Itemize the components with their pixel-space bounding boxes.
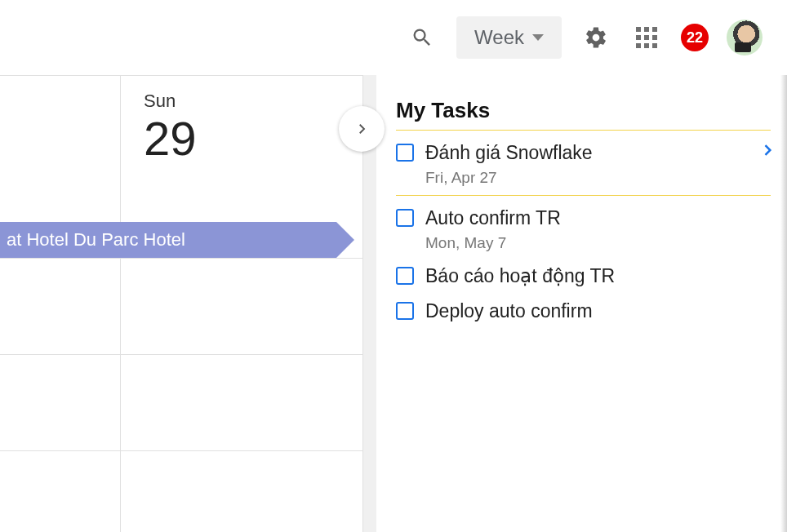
search-icon[interactable]: [406, 21, 438, 54]
task-item[interactable]: Báo cáo hoạt động TR: [396, 257, 771, 292]
task-separator: [396, 195, 771, 196]
chevron-right-icon[interactable]: [759, 142, 776, 162]
view-select[interactable]: Week: [456, 16, 562, 59]
calendar-event[interactable]: at Hotel Du Parc Hotel: [0, 222, 336, 258]
task-date: Mon, May 7: [425, 234, 561, 252]
calendar-column: Sun 29 at Hotel Du Parc Hotel: [0, 75, 363, 532]
day-header[interactable]: Sun 29: [121, 76, 362, 162]
task-checkbox[interactable]: [396, 302, 414, 320]
tasks-title: My Tasks: [396, 98, 771, 123]
task-item[interactable]: Deploy auto confirm: [396, 292, 771, 327]
gear-icon[interactable]: [580, 21, 612, 54]
task-item[interactable]: Auto confirm TRMon, May 7: [396, 199, 771, 257]
task-checkbox[interactable]: [396, 209, 414, 227]
view-select-label: Week: [474, 26, 524, 49]
tasks-panel: My Tasks Đánh giá SnowflakeFri, Apr 27Au…: [376, 75, 787, 532]
task-item[interactable]: Đánh giá SnowflakeFri, Apr 27: [396, 134, 771, 192]
app-body: Sun 29 at Hotel Du Parc Hotel My Tasks Đ…: [0, 75, 787, 532]
day-number: 29: [144, 115, 362, 162]
notification-count: 22: [687, 29, 703, 47]
apps-icon[interactable]: [630, 21, 663, 54]
task-title: Đánh giá Snowflake: [425, 142, 593, 164]
task-separator: [396, 130, 771, 131]
day-of-week: Sun: [144, 91, 362, 112]
app-header: Week 22: [0, 0, 787, 75]
chevron-down-icon: [532, 34, 544, 41]
task-checkbox[interactable]: [396, 267, 414, 285]
chevron-right-icon: [354, 122, 369, 136]
notification-badge[interactable]: 22: [681, 24, 709, 51]
task-title: Deploy auto confirm: [425, 300, 593, 322]
task-date: Fri, Apr 27: [425, 169, 593, 187]
task-title: Báo cáo hoạt động TR: [425, 265, 615, 287]
tasks-list: Đánh giá SnowflakeFri, Apr 27Auto confir…: [396, 134, 771, 327]
event-title: at Hotel Du Parc Hotel: [7, 229, 185, 250]
avatar[interactable]: [727, 20, 763, 55]
calendar-grid: [0, 258, 363, 532]
panel-collapse-button[interactable]: [339, 106, 385, 152]
task-checkbox[interactable]: [396, 144, 414, 162]
task-title: Auto confirm TR: [425, 207, 561, 229]
